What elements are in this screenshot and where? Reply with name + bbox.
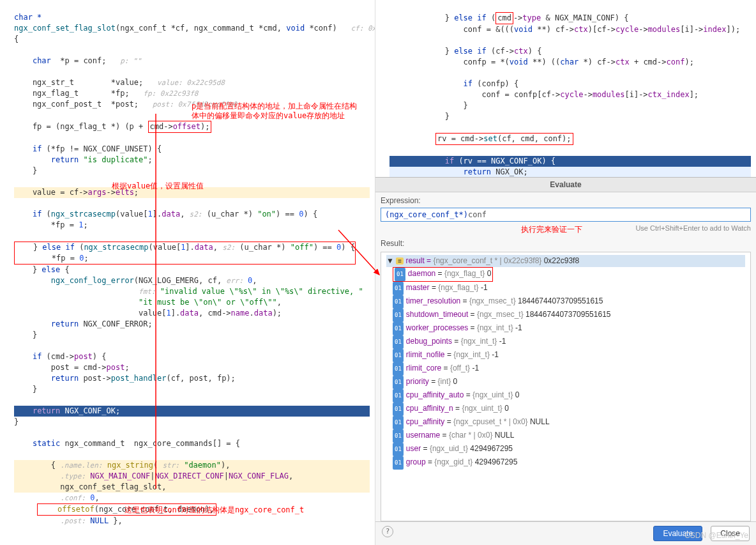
code-editor-left[interactable]: char * ngx_conf_set_flag_slot(ngx_conf_t… [0, 0, 375, 545]
result-row[interactable]: 01group = {ngx_gid_t} 4294967295 [386, 456, 745, 470]
offset-box: cmd->offset); [148, 121, 212, 133]
evaluate-title: Evaluate [375, 178, 756, 192]
result-row[interactable]: 01debug_points = {ngx_int_t} -1 [386, 335, 745, 349]
cmd-box: cmd [495, 12, 513, 24]
rv-set-box: rv = cmd->set(cf, cmd, conf); [435, 133, 573, 145]
expression-hint: Use Ctrl+Shift+Enter to add to Watch [635, 224, 751, 232]
result-row[interactable]: 01priority = {int} 0 [386, 376, 745, 389]
help-icon[interactable]: ? [382, 526, 393, 537]
result-row[interactable]: 01rlimit_nofile = {ngx_int_t} -1 [386, 349, 745, 362]
annotation-conf: 这里也表明conf对应的结构体是ngx_core_conf_t [125, 505, 304, 516]
result-row[interactable]: 01shutdown_timeout = {ngx_msec_t} 184467… [386, 309, 745, 322]
result-root-row[interactable]: ▼ ≡ result = {ngx_core_conf_t * | 0x22c9… [386, 255, 745, 267]
result-row[interactable]: 01rlimit_core = {off_t} -1 [386, 362, 745, 376]
code-editor-right[interactable]: } else if (cmd->type & NGX_MAIN_CONF) { … [375, 0, 756, 177]
watermark: CSDN @Eshin_Ye [684, 531, 748, 540]
result-row[interactable]: 01username = {char * | 0x0} NULL [386, 429, 745, 443]
annotation-verify: 执行完来验证一下 [521, 225, 582, 234]
expression-input[interactable]: (ngx_core_conf_t*)conf [381, 208, 751, 222]
result-row[interactable]: 01user = {ngx_uid_t} 4294967295 [386, 443, 745, 456]
annotation-p: p是当前配置结构体的地址，加上命令属性在结构体中的偏移量即命令对应的value存… [192, 102, 364, 121]
result-row[interactable]: 01master = {ngx_flag_t} -1 [386, 282, 745, 295]
code-text: char * [14, 13, 42, 22]
result-tree[interactable]: ▼ ≡ result = {ngx_core_conf_t * | 0x22c9… [381, 252, 751, 521]
result-row[interactable]: 01timer_resolution = {ngx_msec_t} 184467… [386, 295, 745, 309]
evaluate-panel: Evaluate Expression: (ngx_core_conf_t*)c… [375, 178, 756, 545]
annotation-setval: 根据value值，设置属性值 [112, 181, 204, 192]
result-row[interactable]: 01cpu_affinity_auto = {ngx_uint_t} 0 [386, 389, 745, 403]
left-code-pane: char * ngx_conf_set_flag_slot(ngx_conf_t… [0, 0, 375, 545]
result-row[interactable]: 01worker_processes = {ngx_int_t} -1 [386, 322, 745, 335]
right-code-pane: } else if (cmd->type & NGX_MAIN_CONF) { … [375, 0, 756, 178]
result-row[interactable]: 01daemon = {ngx_flag_t} 0 [386, 267, 745, 282]
expression-label: Expression: [381, 196, 751, 205]
result-row[interactable]: 01cpu_affinity = {ngx_cpuset_t * | 0x0} … [386, 416, 745, 429]
result-row[interactable]: 01cpu_affinity_n = {ngx_uint_t} 0 [386, 403, 745, 416]
result-label: Result: [381, 239, 751, 248]
